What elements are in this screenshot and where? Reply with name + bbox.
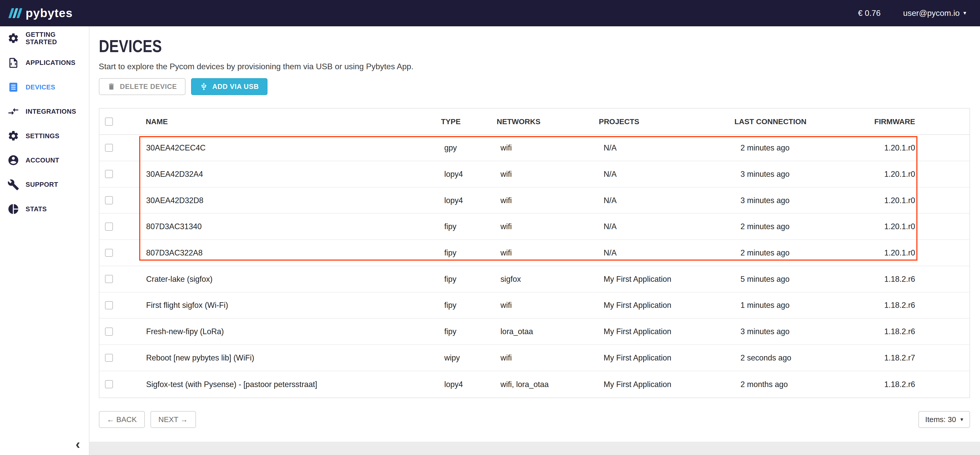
device-projects: My First Application xyxy=(604,380,741,389)
device-type: fipy xyxy=(444,327,501,336)
device-name: First flight sigfox (Wi-Fi) xyxy=(146,301,444,310)
row-checkbox[interactable] xyxy=(105,275,113,283)
sidebar-item-label: SUPPORT xyxy=(25,181,58,188)
row-checkbox[interactable] xyxy=(105,380,113,388)
page-subtitle: Start to explore the Pycom devices by pr… xyxy=(99,62,970,71)
row-checkbox-cell xyxy=(99,275,146,283)
device-type: wipy xyxy=(444,353,501,362)
table-row[interactable]: 807D3AC322A8 fipy wifi N/A 2 minutes ago… xyxy=(99,240,969,266)
device-networks: wifi xyxy=(501,196,604,205)
device-firmware: 1.20.1.r0 xyxy=(881,196,969,205)
sidebar-item-getting-started[interactable]: GETTING STARTED xyxy=(0,26,89,51)
device-networks: wifi xyxy=(501,222,604,231)
header-type: TYPE xyxy=(441,117,496,126)
collapse-sidebar-icon[interactable]: ‹ xyxy=(76,438,80,451)
device-name: 807D3AC322A8 xyxy=(146,248,444,257)
header-last-connection: LAST CONNECTION xyxy=(735,117,875,126)
sidebar-item-account[interactable]: ACCOUNT xyxy=(0,148,89,172)
device-networks: wifi xyxy=(501,353,604,362)
page-title: DEVICES xyxy=(99,38,162,55)
device-name: Fresh-new-fipy (LoRa) xyxy=(146,327,444,336)
add-via-usb-button[interactable]: ADD VIA USB xyxy=(191,78,267,95)
table-row[interactable]: 807D3AC31340 fipy wifi N/A 2 minutes ago… xyxy=(99,213,969,240)
device-projects: N/A xyxy=(604,196,741,205)
select-all-checkbox[interactable] xyxy=(105,118,113,126)
sidebar-item-settings[interactable]: SETTINGS xyxy=(0,124,89,148)
device-projects: My First Application xyxy=(604,327,741,336)
sidebar-nav: GETTING STARTED APPLICATIONS DEVICES INT… xyxy=(0,26,89,221)
table-row[interactable]: Reboot [new pybytes lib] (WiFi) wipy wif… xyxy=(99,345,969,371)
sidebar-item-devices[interactable]: DEVICES xyxy=(0,75,89,99)
row-checkbox[interactable] xyxy=(105,354,113,362)
device-networks: wifi xyxy=(501,301,604,310)
delete-device-button[interactable]: DELETE DEVICE xyxy=(99,78,186,95)
app-root: pybytes € 0.76 user@pycom.io ▾ GETTING S… xyxy=(0,0,980,455)
device-networks: wifi, lora_otaa xyxy=(501,380,604,389)
support-icon xyxy=(7,179,19,191)
row-checkbox[interactable] xyxy=(105,301,113,309)
row-checkbox[interactable] xyxy=(105,328,113,336)
device-type: fipy xyxy=(444,301,501,310)
table-row[interactable]: 30AEA42CEC4C gpy wifi N/A 2 minutes ago … xyxy=(99,135,969,161)
sidebar-item-support[interactable]: SUPPORT xyxy=(0,172,89,197)
sidebar-item-label: ACCOUNT xyxy=(25,157,59,164)
row-checkbox-cell xyxy=(99,196,146,204)
row-checkbox-cell xyxy=(99,223,146,231)
device-last-connection: 2 seconds ago xyxy=(740,353,881,362)
device-projects: N/A xyxy=(604,143,741,152)
row-checkbox[interactable] xyxy=(105,196,113,204)
device-last-connection: 2 minutes ago xyxy=(740,222,881,231)
devices-table: NAME TYPE NETWORKS PROJECTS LAST CONNECT… xyxy=(99,108,970,398)
row-checkbox[interactable] xyxy=(105,144,113,152)
sidebar-item-label: INTEGRATIONS xyxy=(25,108,76,115)
row-checkbox-cell xyxy=(99,354,146,362)
main-content: DEVICES Start to explore the Pycom devic… xyxy=(89,26,980,455)
row-checkbox[interactable] xyxy=(105,170,113,178)
header-projects: PROJECTS xyxy=(599,117,735,126)
device-projects: N/A xyxy=(604,222,741,231)
row-checkbox-cell xyxy=(99,249,146,257)
row-checkbox[interactable] xyxy=(105,249,113,257)
table-row[interactable]: Fresh-new-fipy (LoRa) fipy lora_otaa My … xyxy=(99,318,969,345)
sidebar-item-integrations[interactable]: INTEGRATIONS xyxy=(0,99,89,124)
row-checkbox[interactable] xyxy=(105,223,113,231)
device-firmware: 1.20.1.r0 xyxy=(881,170,969,178)
device-firmware: 1.20.1.r0 xyxy=(881,222,969,231)
row-checkbox-cell xyxy=(99,170,146,178)
chevron-down-icon: ▾ xyxy=(963,10,966,16)
device-last-connection: 2 minutes ago xyxy=(740,143,881,152)
device-projects: N/A xyxy=(604,170,741,178)
sidebar-item-stats[interactable]: STATS xyxy=(0,197,89,221)
device-firmware: 1.20.1.r0 xyxy=(881,248,969,257)
device-type: lopy4 xyxy=(444,170,501,178)
header-name: NAME xyxy=(146,117,441,126)
topbar: pybytes € 0.76 user@pycom.io ▾ xyxy=(0,0,980,26)
device-firmware: 1.18.2.r7 xyxy=(881,353,969,362)
device-type: lopy4 xyxy=(444,380,501,389)
sidebar-item-label: DEVICES xyxy=(25,84,55,91)
device-networks: wifi xyxy=(501,248,604,257)
table-row[interactable]: Crater-lake (sigfox) fipy sigfox My Firs… xyxy=(99,266,969,293)
integrations-icon xyxy=(7,105,19,117)
back-button[interactable]: ← BACK xyxy=(99,411,145,428)
logo-text: pybytes xyxy=(25,6,73,20)
device-firmware: 1.18.2.r6 xyxy=(881,327,969,336)
pybytes-logo[interactable]: pybytes xyxy=(10,6,73,20)
table-row[interactable]: Sigfox-test (with Pysense) - [pastoor pe… xyxy=(99,371,969,398)
user-email: user@pycom.io xyxy=(903,8,959,18)
table-row[interactable]: 30AEA42D32D8 lopy4 wifi N/A 3 minutes ag… xyxy=(99,188,969,214)
next-button[interactable]: NEXT → xyxy=(151,411,196,428)
device-projects: My First Application xyxy=(604,275,741,283)
device-firmware: 1.20.1.r0 xyxy=(881,143,969,152)
sidebar-item-label: SETTINGS xyxy=(25,132,59,140)
table-row[interactable]: First flight sigfox (Wi-Fi) fipy wifi My… xyxy=(99,293,969,319)
table-row[interactable]: 30AEA42D32A4 lopy4 wifi N/A 3 minutes ag… xyxy=(99,161,969,188)
items-per-page-dropdown[interactable]: Items: 30 ▾ xyxy=(918,411,970,428)
frame: GETTING STARTED APPLICATIONS DEVICES INT… xyxy=(0,26,980,455)
device-firmware: 1.18.2.r6 xyxy=(881,380,969,389)
settings-icon xyxy=(7,130,19,142)
device-firmware: 1.18.2.r6 xyxy=(881,301,969,310)
user-menu[interactable]: user@pycom.io ▾ xyxy=(903,8,966,18)
sidebar-item-applications[interactable]: APPLICATIONS xyxy=(0,51,89,75)
row-checkbox-cell xyxy=(99,144,146,152)
